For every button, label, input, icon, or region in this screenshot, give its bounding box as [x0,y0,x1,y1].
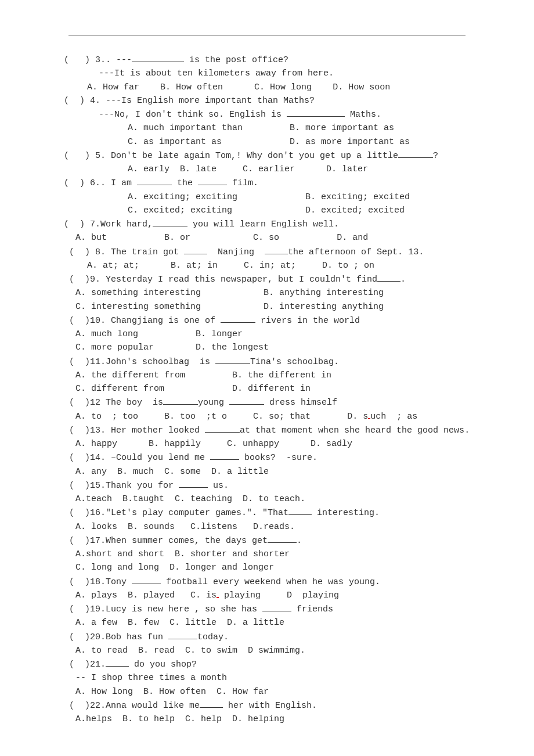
q16-options: A. looks B. sounds C.listens D.reads. [64,520,470,534]
q6-c: C. excited; exciting [128,206,232,215]
q20-stem: ( )20.Bob has fun today. [64,630,470,644]
q15-tail: us. [208,481,229,491]
blank [200,699,223,708]
q7-options: A. but B. or C. so D. and [64,231,470,244]
q5-d: D. later [326,164,368,174]
q15-a: A.teach [75,494,112,504]
q10-d: D. the longest [196,343,269,352]
q3-c: C. How long [254,82,312,92]
q17-tail: . [297,536,302,546]
blank [398,149,433,158]
q13-d: D. sadly [311,439,352,449]
q11-num: ( )11.John's schoolbag is [64,357,215,367]
q6-mid: the [172,178,198,188]
q10-b: B. longer [196,329,243,339]
q9-d: D. interesting anything [264,302,384,312]
q9-num: ( )9. Yesterday I read this newspaper, b… [64,275,377,285]
q12-c: C. so; that [253,412,311,422]
q8-b: B. at; in [171,261,218,271]
blank [168,630,197,639]
blank [184,245,207,254]
q15-options: A.teach B.taught C. teaching D. to teach… [64,492,470,506]
q5-b: B. late [180,164,217,174]
document-page: ( ) 3.. --- is the post office? ---It is… [0,0,534,749]
q3-prompt: is the post office? [184,55,288,65]
q19-num: ( )19.Lucy is new here , so she has [64,604,262,614]
q13-b: B. happily [149,439,201,449]
q4-ab: A. much important than B. more important… [64,121,470,135]
q17-b: B. shorter and shorter [175,549,290,559]
q18-options: A. plays B. played C. is playing D playi… [64,589,470,602]
blank [262,602,291,611]
q11-cd: C. different from D. different in [64,382,470,395]
q8-options: A. at; at; B. at; in C. in; at; D. to ; … [64,259,470,272]
blank [268,534,297,543]
q19-b: B. few [128,618,159,628]
q9-tail: . [400,275,406,285]
q22-d: D. helping [232,714,284,724]
q16-num: ( )16."Let's play computer games.". "Tha… [64,508,288,518]
q11-tail: Tina's schoolbag. [250,357,339,367]
blank [198,176,227,185]
q7-a: A. but [75,233,107,243]
q18-tail: football every weekend when he was young… [161,577,380,587]
q9-ab: A. something interesting B. anything int… [64,286,470,300]
q3-d: D. How soon [333,82,390,92]
q11-d: D. different in [232,384,311,394]
q17-d: D. longer and longer [169,563,274,573]
blank [215,355,250,364]
q13-tail: at that moment when she heard the good n… [240,426,470,435]
q8-num: ( ) 8. The train got [64,247,184,257]
q7-tail: you will learn English well. [187,219,339,229]
page-top-rule [68,35,466,35]
q6-cd: C. excited; exciting D. excited; excited [64,204,470,217]
q21-b: B. How often [143,687,206,697]
q8-a: A. at; at; [87,261,139,271]
q4-line2: ---No, I don't think so. English is Math… [64,107,470,121]
q7-b: B. or [164,233,190,243]
q18-c: C. is [190,591,217,600]
q22-a: A.helps [75,714,112,724]
blank [132,53,184,62]
q20-options: A. to read B. read C. to swim D swimmimg… [64,644,470,657]
q15-stem: ( )15.Thank you for us. [64,478,470,492]
q6-b: B. exciting; excited [305,192,410,202]
q9-b: B. anything interesting [264,288,384,298]
q6-d: D. excited; excited [305,206,405,215]
q10-ab: A. much long B. longer [64,327,470,341]
q4-c: C. as important as [128,137,222,147]
q22-tail: her with English. [223,701,317,711]
q17-stem: ( )17.When summer comes, the days get. [64,534,470,548]
q18-b: B. played [128,591,175,600]
q20-a: A. to read [75,646,128,656]
q10-stem: ( )10. Changjiang is one of rivers in th… [64,314,470,327]
q20-num: ( )20.Bob has fun [64,632,168,642]
q14-num: ( )14. –Could you lend me [64,453,210,463]
q3-b: B. How often [160,82,223,92]
q7-stem: ( ) 7.Work hard, you will learn English … [64,217,470,231]
q21-a: A. How long [75,687,133,697]
q14-a: A. any [75,467,107,477]
q18-c2: playing [219,591,261,600]
q15-c: C. teaching [175,494,232,504]
q20-b: B. read [138,646,175,656]
q5-c: C. earlier [243,164,295,174]
blank [221,314,255,323]
q3-line2: ---It is about ten kilometers away from … [64,67,470,80]
q15-num: ( )15.Thank you for [64,481,179,491]
q11-a: A. the different from [75,370,185,380]
blank [210,451,239,460]
blank [205,423,240,433]
q7-d: D. and [337,233,368,243]
q16-stem: ( )16."Let's play computer games.". "Tha… [64,506,470,520]
q4-cd: C. as important as D. as more important … [64,135,470,149]
q4-stem: ( ) 4. ---Is English more important than… [64,94,470,107]
blank [288,506,312,515]
q22-options: A.helps B. to help C. help D. helping [64,712,470,726]
q12-stem: ( )12 The boy isyoung dress himself [64,395,470,409]
q22-num: ( )22.Anna would like me [64,701,200,711]
q5-options: A. early B. late C. earlier D. later [64,163,470,176]
q16-tail: interesting. [312,508,380,518]
q7-num: ( ) 7.Work hard, [64,219,153,229]
q6-num: ( ) 6.. I am [64,178,137,188]
